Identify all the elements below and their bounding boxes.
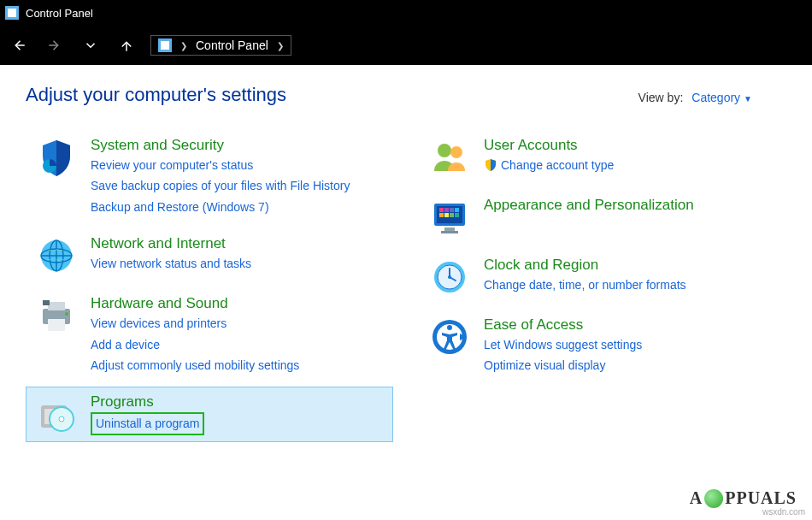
svg-point-14 — [450, 146, 462, 158]
svg-rect-19 — [439, 208, 444, 212]
svg-point-13 — [438, 144, 451, 157]
window-title: Control Panel — [26, 7, 93, 20]
control-panel-icon — [158, 38, 172, 52]
category-column-left: System and Security Review your computer… — [26, 130, 393, 447]
svg-point-12 — [59, 417, 64, 422]
svg-rect-6 — [48, 319, 65, 331]
category-link[interactable]: Adjust commonly used mobility settings — [91, 356, 299, 375]
category-link[interactable]: Change date, time, or number formats — [484, 275, 686, 294]
view-by-dropdown[interactable]: Category▼ — [691, 91, 752, 104]
category-link[interactable]: View network status and tasks — [91, 254, 251, 273]
forward-button[interactable] — [43, 33, 67, 57]
category-title[interactable]: User Accounts — [484, 137, 614, 154]
navigation-bar: ❯ Control Panel ❯ — [0, 26, 812, 65]
category-link[interactable]: Let Windows suggest settings — [484, 335, 642, 354]
category-title[interactable]: System and Security — [91, 137, 350, 154]
view-by-label: View by: — [638, 91, 684, 104]
svg-rect-20 — [444, 208, 449, 212]
category-link[interactable]: Review your computer's status — [91, 156, 350, 174]
category-link[interactable]: Backup and Restore (Windows 7) — [91, 198, 350, 216]
view-by-value: Category — [691, 91, 740, 104]
category-title[interactable]: Clock and Region — [484, 257, 686, 274]
back-button[interactable] — [7, 33, 31, 57]
svg-point-7 — [65, 312, 68, 316]
page-title: Adjust your computer's settings — [26, 84, 286, 106]
svg-rect-8 — [43, 300, 50, 305]
appuals-watermark: APPUALS — [690, 488, 797, 508]
category-system-security: System and Security Review your computer… — [26, 130, 393, 223]
category-hardware-sound: Hardware and Sound View devices and prin… — [26, 288, 393, 381]
category-title[interactable]: Network and Internet — [91, 235, 251, 252]
category-clock-region: Clock and Region Change date, time, or n… — [419, 250, 786, 304]
category-network-internet: Network and Internet View network status… — [26, 228, 393, 283]
category-programs: Programs Uninstall a program — [26, 387, 393, 441]
address-bar[interactable]: ❯ Control Panel ❯ — [150, 35, 291, 56]
svg-rect-17 — [444, 228, 455, 231]
chevron-right-icon: ❯ — [180, 41, 187, 50]
category-user-accounts: User Accounts Change account type — [419, 130, 786, 185]
uac-shield-icon — [484, 158, 497, 172]
svg-rect-18 — [441, 231, 458, 233]
category-link[interactable]: Optimize visual display — [484, 356, 642, 375]
category-link[interactable]: Change account type — [484, 156, 614, 174]
category-title[interactable]: Hardware and Sound — [91, 295, 299, 312]
svg-rect-5 — [48, 302, 65, 310]
breadcrumb-root[interactable]: Control Panel — [196, 38, 268, 52]
globe-icon — [34, 235, 79, 276]
svg-rect-25 — [450, 213, 454, 217]
disc-icon — [34, 393, 79, 434]
category-link[interactable]: View devices and printers — [91, 314, 299, 333]
chevron-right-icon: ❯ — [277, 41, 284, 50]
svg-rect-23 — [439, 213, 444, 217]
users-icon — [427, 137, 472, 178]
category-title[interactable]: Appearance and Personalization — [484, 197, 694, 214]
category-link-uninstall[interactable]: Uninstall a program — [91, 412, 204, 434]
window-titlebar: Control Panel — [0, 0, 812, 26]
svg-rect-26 — [455, 213, 459, 217]
svg-rect-22 — [455, 208, 459, 212]
category-title[interactable]: Programs — [91, 393, 204, 411]
svg-rect-21 — [450, 208, 454, 212]
appuals-orb-icon — [704, 489, 723, 508]
accessibility-icon — [427, 316, 472, 375]
recent-dropdown[interactable] — [79, 33, 103, 57]
svg-point-29 — [448, 275, 451, 279]
svg-rect-24 — [444, 213, 449, 217]
chevron-down-icon: ▼ — [744, 94, 752, 103]
appuals-text: PPUALS — [725, 488, 797, 508]
category-link[interactable]: Add a device — [91, 335, 299, 354]
control-panel-icon — [5, 6, 19, 20]
monitor-palette-icon — [427, 197, 472, 238]
category-link-label: Change account type — [501, 156, 614, 174]
printer-icon — [34, 295, 79, 375]
category-ease-of-access: Ease of Access Let Windows suggest setti… — [419, 310, 786, 382]
shield-icon — [34, 137, 79, 216]
category-appearance: Appearance and Personalization — [419, 190, 786, 245]
content-area: Adjust your computer's settings View by:… — [0, 65, 812, 456]
category-title[interactable]: Ease of Access — [484, 316, 642, 334]
source-watermark: wsxdn.com — [762, 507, 805, 517]
clock-icon — [427, 257, 472, 298]
view-by-control: View by: Category▼ — [638, 91, 752, 104]
up-button[interactable] — [115, 33, 138, 57]
category-link[interactable]: Save backup copies of your files with Fi… — [91, 176, 350, 195]
category-column-right: User Accounts Change account type — [419, 130, 786, 447]
